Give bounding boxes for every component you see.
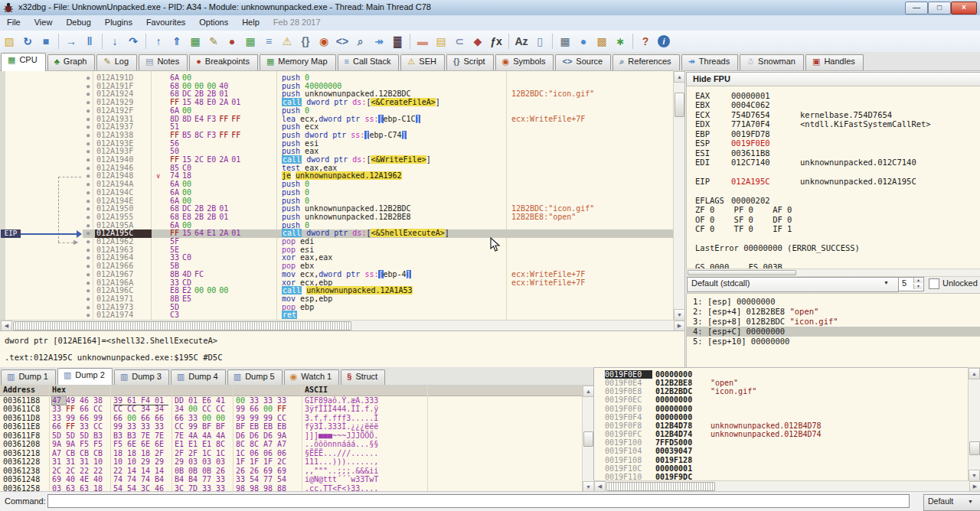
hex-byte[interactable]: 33 bbox=[80, 422, 93, 431]
hex-byte[interactable]: 5D bbox=[66, 431, 80, 440]
menu-item-plugins[interactable]: Plugins bbox=[98, 15, 139, 27]
hex-byte[interactable]: CB bbox=[66, 449, 80, 457]
hex-byte[interactable]: 10 bbox=[93, 457, 107, 466]
hex-byte[interactable]: 29 bbox=[141, 457, 155, 466]
tab-watch-1[interactable]: ◉Watch 1 bbox=[284, 369, 340, 386]
hex-byte[interactable]: 10 bbox=[127, 457, 141, 466]
spinner-up-icon[interactable]: ▲ bbox=[913, 278, 923, 283]
register-line[interactable]: EDI012C7140unknownunpacked.012C7140 bbox=[687, 158, 978, 167]
command-input[interactable] bbox=[47, 494, 910, 508]
breakpoint-icon[interactable]: ● bbox=[223, 33, 241, 50]
menu-item-favourites[interactable]: Favourites bbox=[139, 15, 192, 27]
hex-byte[interactable]: 0B bbox=[202, 467, 216, 475]
cpu-icon[interactable]: ▦ bbox=[186, 33, 204, 50]
argument-row[interactable]: 2: [esp+4] 012B2BE8 "open" bbox=[687, 307, 980, 317]
breakpoint-dot-icon[interactable]: ● bbox=[83, 254, 93, 262]
disassembly-panel[interactable]: ●012A191D6A00push 0●012A191F6800000040pu… bbox=[0, 70, 673, 321]
hex-byte[interactable]: 8C bbox=[250, 440, 263, 448]
register-line[interactable]: OF 0 SF 0 DF 0 bbox=[687, 215, 978, 224]
menu-item-file[interactable]: File bbox=[0, 15, 28, 27]
disasm-row[interactable]: ●012A19678B4DFCmov ecx,dword ptr ss:[ebp… bbox=[0, 271, 673, 279]
breakpoint-dot-icon[interactable]: ● bbox=[83, 172, 93, 181]
hex-byte[interactable]: 99 bbox=[236, 405, 250, 413]
hex-byte[interactable]: CC bbox=[202, 405, 216, 413]
breakpoint-dot-icon[interactable]: ● bbox=[83, 140, 93, 148]
breakpoint-dot-icon[interactable]: ● bbox=[83, 229, 93, 238]
stack-panel[interactable]: 0019F0E0000000000019F0E4012B2BE8"open"00… bbox=[593, 367, 969, 481]
register-line[interactable]: ESP0019F0E0 bbox=[687, 138, 978, 148]
register-line[interactable] bbox=[687, 253, 978, 262]
hex-byte[interactable]: 4E bbox=[80, 475, 93, 483]
hex-byte[interactable]: 66 bbox=[113, 414, 127, 422]
hex-byte[interactable]: 74 bbox=[127, 475, 141, 483]
hex-byte[interactable]: 4A bbox=[188, 431, 202, 440]
hex-byte[interactable]: CC bbox=[216, 405, 230, 413]
breakpoint-dot-icon[interactable]: ● bbox=[83, 279, 93, 288]
open-file-icon[interactable]: ▨ bbox=[0, 33, 18, 50]
hex-byte[interactable]: 99 bbox=[113, 422, 127, 431]
argument-row[interactable]: 1: [esp] 00000000 bbox=[687, 297, 980, 307]
hex-byte[interactable]: 06 bbox=[250, 449, 263, 457]
hex-byte[interactable]: FF bbox=[66, 405, 80, 413]
hex-byte[interactable]: 03 bbox=[202, 457, 216, 466]
dump-row[interactable]: 003611F85D5D5DB3B3B37E7E7E4A4A4AD6D6D69A… bbox=[0, 431, 582, 440]
dump-row[interactable]: 003612382C2C2222221414140B0B0B2626266969… bbox=[0, 467, 582, 475]
calculator-icon[interactable]: ▦ bbox=[556, 33, 574, 50]
register-line[interactable]: EDX771A70F4<ntdll.KiFastSystemCallRet> bbox=[687, 119, 978, 129]
pause-icon[interactable]: ‖ bbox=[80, 33, 99, 50]
hex-byte[interactable]: BF bbox=[216, 422, 230, 431]
hex-byte[interactable]: 33 bbox=[250, 396, 263, 405]
hex-byte[interactable]: 69 bbox=[263, 467, 277, 475]
hex-byte[interactable]: 34 bbox=[155, 405, 168, 413]
scroll-thumb[interactable] bbox=[606, 482, 715, 491]
snowman-icon[interactable]: ▓ bbox=[388, 33, 407, 50]
hex-byte[interactable]: B3 bbox=[113, 431, 127, 440]
breakpoint-dot-icon[interactable]: ● bbox=[83, 181, 93, 189]
hex-byte[interactable]: 33 bbox=[236, 475, 250, 483]
hex-byte[interactable]: B3 bbox=[127, 431, 141, 440]
hex-byte[interactable]: 77 bbox=[202, 475, 216, 483]
arguments-panel[interactable]: 1: [esp] 000000002: [esp+4] 012B2BE8 "op… bbox=[686, 293, 980, 369]
hex-byte[interactable]: 2F bbox=[188, 449, 202, 457]
unlocked-checkbox[interactable] bbox=[929, 278, 939, 289]
hex-byte[interactable]: 33 bbox=[216, 475, 230, 483]
breakpoint-dot-icon[interactable]: ● bbox=[83, 238, 93, 246]
hex-byte[interactable]: 00 bbox=[202, 414, 216, 422]
disasm-row[interactable]: ●012A195568E82B2B01push unknownunpacked.… bbox=[0, 213, 673, 222]
tab-dump-1[interactable]: ▥Dump 1 bbox=[1, 369, 56, 386]
dump-row[interactable]: 003612283131311010102929290303031F1F1F2C… bbox=[0, 457, 582, 466]
stop-icon[interactable]: ■ bbox=[37, 33, 55, 50]
hex-byte[interactable]: 69 bbox=[277, 467, 291, 475]
about-icon[interactable]: i bbox=[658, 35, 670, 47]
hex-byte[interactable]: CB bbox=[80, 449, 93, 457]
hex-byte[interactable]: 6E bbox=[127, 440, 141, 448]
hex-byte[interactable]: BF bbox=[202, 422, 216, 431]
hex-byte[interactable]: 4A bbox=[216, 431, 230, 440]
hex-byte[interactable]: 2F bbox=[155, 449, 168, 457]
patches-icon[interactable]: ▬ bbox=[413, 33, 432, 50]
stack-row[interactable]: 0019F0E000000000 bbox=[594, 370, 969, 379]
tab-struct[interactable]: §Struct bbox=[341, 369, 385, 386]
hex-byte[interactable]: 1C bbox=[202, 449, 216, 457]
hex-byte[interactable]: 41 bbox=[216, 396, 230, 405]
hex-byte[interactable]: 74 bbox=[141, 475, 155, 483]
register-line[interactable] bbox=[687, 234, 978, 243]
hex-byte[interactable]: 34 bbox=[141, 405, 155, 413]
scroll-up-button[interactable]: ▲ bbox=[674, 71, 685, 83]
dump-row[interactable]: 003611C833FF66CCCCCC34343400CCCC996600FF… bbox=[0, 405, 582, 413]
hex-byte[interactable]: EB bbox=[250, 422, 263, 431]
hex-byte[interactable]: 49 bbox=[66, 396, 80, 405]
hex-byte[interactable]: 2C bbox=[277, 457, 291, 466]
registers-panel[interactable]: EAX00000001EBX0004C062ECX754D7654kernelb… bbox=[686, 86, 980, 269]
breakpoint-dot-icon[interactable]: ● bbox=[83, 287, 93, 295]
breakpoint-dot-icon[interactable]: ● bbox=[83, 222, 93, 230]
hex-byte[interactable]: 66 bbox=[80, 405, 93, 413]
hex-byte[interactable]: B3 bbox=[93, 431, 107, 440]
registers-hscrollbar[interactable] bbox=[686, 269, 980, 277]
hex-byte[interactable]: E1 bbox=[202, 440, 216, 448]
hex-byte[interactable]: 6E bbox=[155, 440, 168, 448]
menu-item-view[interactable]: View bbox=[28, 15, 60, 27]
tab-snowman[interactable]: ☃Snowman bbox=[740, 54, 804, 71]
hex-byte[interactable]: 1C bbox=[236, 449, 250, 457]
restart-icon[interactable]: ↻ bbox=[18, 33, 37, 50]
